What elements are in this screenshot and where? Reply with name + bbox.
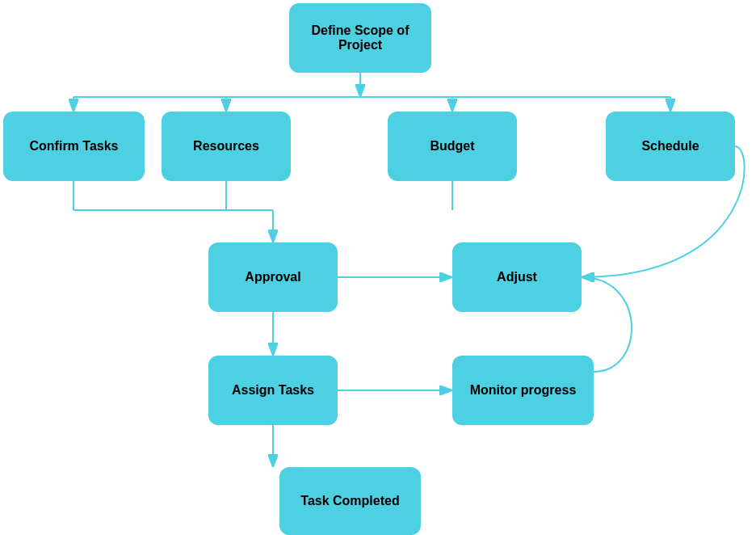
approval-node: Approval (208, 242, 338, 312)
resources-node: Resources (162, 112, 291, 181)
define-scope-node: Define Scope ofProject (289, 3, 431, 73)
confirm-tasks-node: Confirm Tasks (3, 112, 145, 181)
assign-tasks-node: Assign Tasks (208, 356, 338, 425)
monitor-progress-node: Monitor progress (452, 356, 594, 425)
flowchart: Define Scope ofProject Confirm Tasks Res… (0, 0, 756, 535)
task-completed-node: Task Completed (279, 467, 421, 535)
adjust-node: Adjust (452, 242, 582, 312)
budget-node: Budget (388, 112, 517, 181)
arrows-svg (0, 0, 756, 535)
schedule-node: Schedule (606, 112, 735, 181)
